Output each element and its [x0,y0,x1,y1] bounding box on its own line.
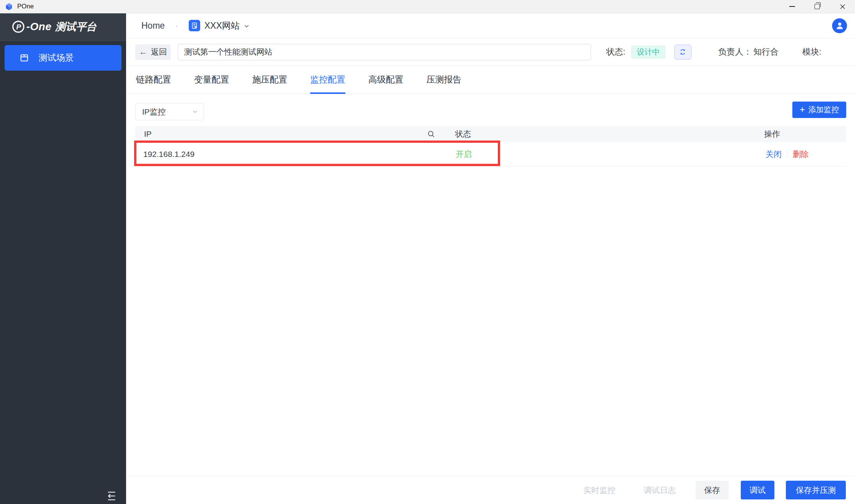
svg-text:P: P [16,23,21,31]
restore-button[interactable] [805,0,830,13]
brand-p-circle-icon: P [11,20,25,34]
cell-ip-value: 192.168.1.249 [143,150,194,159]
window-controls [779,0,855,13]
os-titlebar: POne [0,0,855,13]
owner-field: 负责人： 知行合 [718,46,779,58]
back-button[interactable]: ← 返回 [135,44,171,60]
tab-advanced-config[interactable]: 高级配置 [368,66,403,94]
brand-product-name: 测试平台 [55,20,97,34]
breadcrumb-separator: · [175,21,178,31]
save-and-run-button[interactable]: 保存并压测 [786,481,846,499]
scene-toolbar: ← 返回 状态: 设计中 负责人： 知行合 模块: [126,39,855,66]
close-monitor-link[interactable]: 关闭 [766,149,782,160]
breadcrumb-home-link[interactable]: Home [141,21,165,31]
module-field: 模块: [802,46,821,58]
realtime-monitor-link[interactable]: 实时监控 [583,485,615,496]
owner-label: 负责人： [718,46,752,58]
table-row: 192.168.1.249 开启 关闭 删除 [135,142,846,166]
restore-icon [815,4,820,9]
close-icon [839,3,846,10]
debug-log-link[interactable]: 调试日志 [644,485,676,496]
action-divider [787,150,787,158]
toolbar-right-fields: 状态: 设计中 负责人： 知行合 模块: [606,45,821,60]
breadcrumb: Home · XXX网站 [126,13,855,39]
tab-variable-config[interactable]: 变量配置 [194,66,229,94]
refresh-icon [678,48,687,56]
avatar[interactable] [832,18,847,33]
tab-test-report[interactable]: 压测报告 [426,66,462,94]
chevron-down-icon [191,108,199,115]
owner-value: 知行合 [753,46,779,58]
project-document-icon [189,20,200,31]
tab-pressure-config[interactable]: 施压配置 [252,66,287,94]
tab-link-config[interactable]: 链路配置 [136,66,171,94]
add-monitor-button[interactable]: + 添加监控 [792,102,846,118]
minimize-icon [789,6,795,7]
monitor-panel: IP监控 + 添加监控 IP 状态 操作 [126,94,855,166]
back-button-label: 返回 [151,47,167,57]
monitor-table: IP 状态 操作 192.168.1.249 开启 关闭 删除 [135,126,846,166]
scene-name-input[interactable] [178,44,591,60]
cell-status-value: 开启 [456,149,472,160]
monitor-filter-row: IP监控 + 添加监控 [126,94,855,120]
chevron-down-icon[interactable] [243,23,250,30]
close-button[interactable] [830,0,855,13]
status-label: 状态: [606,46,625,58]
app-cube-icon [5,3,13,11]
brand-name: -One [26,21,52,33]
monitor-type-value: IP监控 [142,107,166,117]
app-title: POne [17,3,34,10]
delete-monitor-link[interactable]: 删除 [793,149,809,160]
avatar-user-icon [835,21,845,31]
save-button[interactable]: 保存 [696,481,729,499]
bottom-action-bar: 实时监控 调试日志 保存 调试 保存并压测 [126,476,855,504]
sidebar-item-label: 测试场景 [39,52,74,64]
cell-actions: 关闭 删除 [766,149,809,160]
brand-logo: P -One 测试平台 [11,20,97,34]
add-monitor-label: 添加监控 [808,105,839,115]
status-badge: 设计中 [631,45,666,59]
sidebar-logo-area: P -One 测试平台 [0,13,126,41]
refresh-status-button[interactable] [674,45,691,60]
sidebar: P -One 测试平台 测试场景 [0,13,126,504]
module-label: 模块: [802,46,821,58]
monitor-type-select[interactable]: IP监控 [135,103,204,120]
tab-monitor-config[interactable]: 监控配置 [310,66,345,94]
column-header-action: 操作 [764,129,780,139]
column-header-ip: IP [144,129,152,139]
config-tabs: 链路配置 变量配置 施压配置 监控配置 高级配置 压测报告 [126,66,855,94]
breadcrumb-project-name[interactable]: XXX网站 [204,20,240,32]
collapse-sidebar-icon[interactable] [105,490,118,502]
plus-icon: + [800,105,805,114]
debug-button[interactable]: 调试 [741,481,774,499]
main-area: Home · XXX网站 ← 返回 状态: [126,13,855,504]
back-arrow-icon: ← [139,47,147,57]
minimize-button[interactable] [779,0,805,13]
scene-box-icon [19,53,29,63]
search-icon[interactable] [427,130,436,139]
column-header-status: 状态 [455,129,471,139]
sidebar-item-test-scene[interactable]: 测试场景 [5,45,121,71]
table-header: IP 状态 操作 [135,126,846,142]
